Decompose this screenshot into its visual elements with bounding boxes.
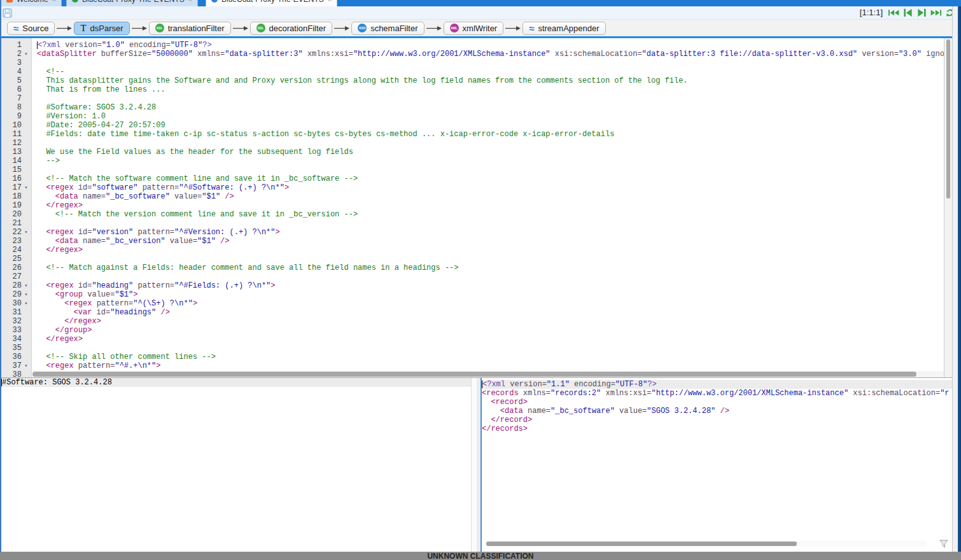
gutter-line: 24 [1, 246, 31, 255]
code-line: <regex pattern="^(\S+) ?\n*"> [37, 299, 944, 308]
classification-banner: UNKNOWN CLASSIFICATION [0, 552, 961, 560]
code-line: </records> [482, 424, 952, 433]
step-forward-icon[interactable] [916, 8, 927, 17]
code-line: <?xml version="1.0" encoding="UTF-8"?> [37, 41, 944, 50]
line-number: 20 [1, 210, 22, 219]
gutter-line: 27 [1, 272, 31, 281]
code-line: #Software: SGOS 3.2.4.28 [37, 103, 944, 112]
code-line: <regex id="software" pattern="^#Software… [37, 183, 944, 192]
editor-gutter[interactable]: 12▾34567891011121314151617▾1819202122▾23… [1, 38, 32, 377]
input-preview-pane[interactable]: #Software: SGOS 3.2.4.28 [1, 378, 477, 552]
tab-bluecoat-proxy-the-events[interactable]: BlueCoat-Proxy-The-EVENTS× [206, 0, 337, 6]
xsd-icon: XSD [358, 24, 367, 32]
process-icon [72, 0, 78, 3]
gutter-line: 16 [1, 174, 31, 183]
pipeline-structure-bar: ≈SourceTdsParserXSLtranslationFilterXSLd… [1, 20, 958, 36]
code-line: <!-- Match the version comment line and … [37, 210, 944, 219]
code-line: This datasplitter gains the Software and… [37, 76, 944, 85]
code-line: <!-- Skip all other comment lines --> [37, 353, 944, 361]
preview-vertical-scrollbar[interactable] [471, 378, 477, 552]
code-line: We use the Field values as the header fo… [37, 148, 944, 157]
pipeline-element-label: Source [22, 24, 48, 33]
gutter-line: 1 [1, 41, 31, 50]
code-line: <regex id="heading" pattern="^#Fields: (… [37, 281, 944, 290]
toolbar: [1:1:1] [1, 6, 958, 20]
code-line [37, 272, 944, 281]
step-first-icon[interactable] [888, 8, 899, 17]
line-number: 17 [1, 183, 22, 192]
gutter-line: 6 [1, 85, 31, 94]
output-preview-pane[interactable]: <?xml version="1.1" encoding="UTF-8"?><r… [481, 378, 952, 552]
line-number: 9 [1, 112, 22, 121]
pipeline-arrow-icon [334, 22, 349, 34]
code-line: <var id="headings" /> [37, 308, 944, 317]
tab-close-icon[interactable]: × [52, 0, 56, 3]
line-number: 12 [1, 139, 22, 148]
filter-icon[interactable] [939, 540, 948, 548]
step-backward-icon[interactable] [902, 8, 913, 17]
tab-bluecoat-proxy-the-events[interactable]: BlueCoat-Proxy-The-EVENTS× [66, 0, 198, 6]
line-number: 14 [1, 157, 22, 165]
pipeline-arrow-icon [426, 22, 442, 34]
pipeline-element-translationFilter[interactable]: XSLtranslationFilter [149, 22, 231, 35]
xsl-icon: XSL [256, 24, 265, 32]
code-line: <!-- [37, 67, 944, 76]
gutter-line: 35 [1, 344, 31, 353]
code-line: #Version: 1.0 [37, 112, 944, 121]
line-number: 23 [1, 237, 22, 246]
line-number: 30 [1, 299, 22, 308]
fold-toggle-icon[interactable]: ▾ [22, 183, 31, 192]
tab-close-icon[interactable]: × [188, 0, 192, 3]
gutter-line: 7 [1, 94, 31, 103]
gutter-line: 8 [1, 103, 31, 112]
home-icon [6, 0, 13, 3]
output-horizontal-scrollbar[interactable] [486, 541, 927, 547]
datasplitter-editor[interactable]: 12▾34567891011121314151617▾1819202122▾23… [1, 38, 952, 377]
stream-icon: ≈ [13, 24, 18, 32]
fold-toggle-icon[interactable]: ▾ [22, 228, 31, 237]
code-line: </regex> [37, 317, 944, 326]
code-line: <data name="_bc_software" value="SGOS 3.… [482, 407, 952, 416]
code-line: <!-- Match against a Fields: header comm… [37, 263, 944, 272]
code-line: </record> [482, 416, 952, 424]
gutter-line: 4 [1, 67, 31, 76]
line-number: 31 [1, 308, 22, 317]
editor-vertical-scrollbar[interactable] [944, 38, 952, 377]
text-parser-icon: T [80, 24, 86, 32]
fold-toggle-icon[interactable]: ▾ [22, 299, 31, 308]
gutter-line: 13 [1, 148, 31, 157]
line-number: 34 [1, 335, 22, 344]
stream-icon: ≈ [529, 24, 534, 32]
pipeline-element-xmlWriter[interactable]: XMLxmlWriter [444, 22, 504, 35]
code-line: --> [37, 157, 944, 165]
code-line: <records xmlns="records:2" xmlns:xsi="ht… [482, 389, 952, 398]
fold-toggle-icon[interactable]: ▾ [22, 281, 31, 290]
fold-toggle-icon[interactable]: ▾ [22, 50, 31, 59]
gutter-line: 9 [1, 112, 31, 121]
pipeline-arrow-icon [505, 22, 521, 34]
tab-close-icon[interactable]: × [328, 0, 332, 3]
pipeline-element-schemaFilter[interactable]: XSDschemaFilter [351, 22, 424, 35]
gutter-line: 12 [1, 139, 31, 148]
gutter-line: 18 [1, 192, 31, 201]
pipeline-element-decorationFilter[interactable]: XSLdecorationFilter [250, 22, 333, 35]
editor-code[interactable]: <?xml version="1.0" encoding="UTF-8"?><d… [32, 38, 944, 377]
gutter-line: 2▾ [1, 50, 31, 59]
tab-label: Welcome [17, 0, 48, 4]
code-line: <regex pattern="^#.+\n*"> [37, 361, 944, 370]
save-icon[interactable] [3, 8, 12, 18]
gutter-line: 30▾ [1, 299, 31, 308]
gutter-line: 32 [1, 317, 31, 326]
pipeline-element-Source[interactable]: ≈Source [7, 22, 55, 35]
pipeline-element-streamAppender[interactable]: ≈streamAppender [523, 22, 605, 35]
line-number: 26 [1, 263, 22, 272]
code-line: <regex id="version" pattern="^#Version: … [37, 228, 944, 237]
tab-welcome[interactable]: Welcome× [1, 0, 62, 6]
code-line: <group value="$1"> [37, 290, 944, 299]
fold-toggle-icon[interactable]: ▾ [22, 361, 31, 370]
fold-toggle-icon[interactable]: ▾ [22, 290, 31, 299]
code-line [37, 255, 944, 263]
step-last-icon[interactable] [930, 8, 941, 17]
editor-horizontal-scrollbar[interactable] [32, 371, 944, 377]
pipeline-element-dsParser[interactable]: TdsParser [74, 22, 129, 35]
